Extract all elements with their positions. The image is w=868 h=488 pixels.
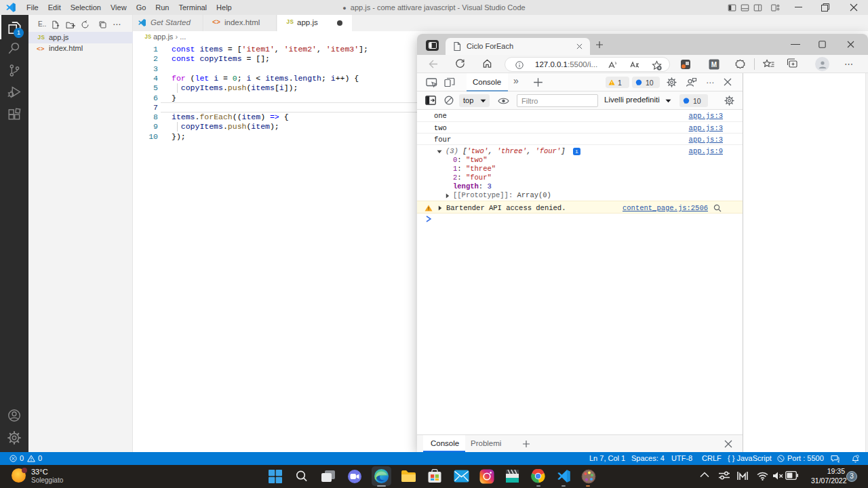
svg-text:M: M xyxy=(711,61,717,68)
